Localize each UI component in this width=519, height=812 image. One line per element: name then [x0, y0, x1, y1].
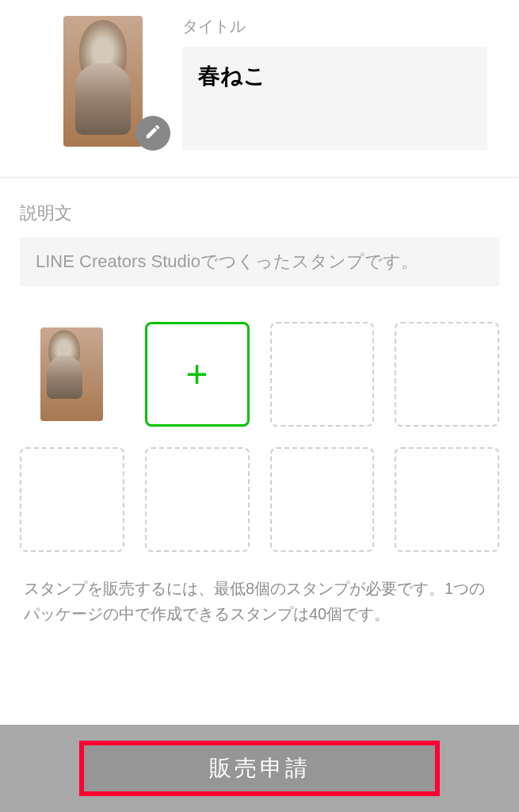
stamp-slot-1[interactable]: [20, 322, 124, 427]
stamp-slot-empty: [270, 322, 375, 427]
description-label: 説明文: [20, 201, 499, 225]
stamp-slot-empty: [270, 447, 375, 552]
stamps-grid: +: [0, 302, 519, 568]
title-section: タイトル 春ねこ: [182, 16, 503, 153]
main-image-wrapper: [63, 16, 158, 147]
add-stamp-button[interactable]: +: [145, 322, 250, 427]
title-input[interactable]: 春ねこ: [182, 47, 487, 150]
header-section: タイトル 春ねこ: [0, 0, 519, 177]
main-stamp-image[interactable]: [63, 16, 143, 147]
description-section: 説明文: [0, 178, 519, 302]
stamp-slot-empty: [395, 322, 499, 427]
plus-icon: +: [186, 355, 208, 393]
stamp-slot-empty: [395, 447, 499, 552]
submit-button[interactable]: 販売申請: [79, 741, 440, 796]
help-text: スタンプを販売するには、最低8個のスタンプが必要です。1つのパッケージの中で作成…: [0, 568, 519, 634]
description-input[interactable]: [20, 237, 499, 286]
stamp-slot-empty: [20, 447, 124, 552]
footer-bar: 販売申請: [0, 725, 519, 812]
stamp-slot-empty: [145, 447, 250, 552]
pencil-icon: [144, 123, 162, 144]
edit-image-button[interactable]: [135, 116, 170, 151]
title-label: タイトル: [182, 16, 487, 37]
